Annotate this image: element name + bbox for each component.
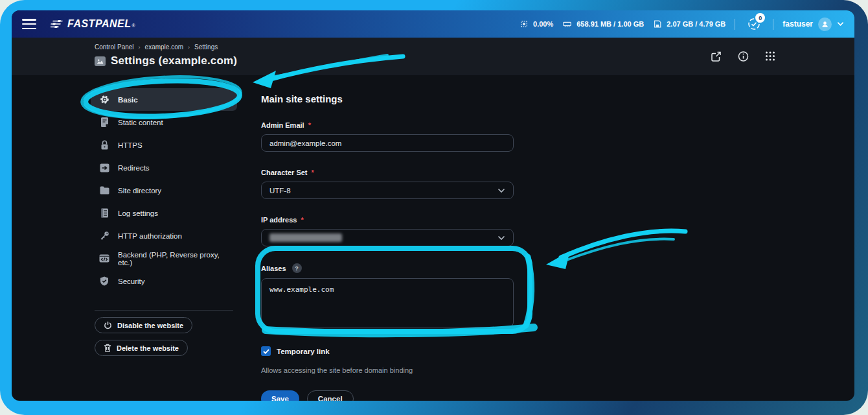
fastpanel-logo[interactable]: FASTPANEL ®	[51, 18, 135, 30]
topbar-divider	[735, 19, 735, 30]
content: Basic Static content	[12, 75, 854, 401]
disk-value: 2.07 GB / 4.79 GB	[667, 20, 725, 28]
trash-icon	[104, 344, 111, 352]
temporary-link-hint: Allows accessing the site before domain …	[261, 366, 514, 374]
user-menu[interactable]: fastuser	[782, 18, 844, 31]
page-header: Control Panel › example.com › Settings S…	[12, 38, 854, 75]
code-icon	[99, 254, 109, 263]
disable-website-button[interactable]: Disable the website	[95, 317, 192, 333]
lock-icon	[99, 140, 109, 150]
temporary-link-checkbox-row[interactable]: Temporary link	[261, 346, 514, 356]
sidebar-item-security[interactable]: Security	[91, 270, 237, 292]
charset-field-group: Character Set* UTF-8	[261, 169, 514, 199]
aliases-label: Aliases ?	[261, 263, 514, 273]
ram-value: 658.91 MB / 1.00 GB	[577, 20, 644, 28]
required-asterisk: *	[301, 216, 303, 224]
folder-icon	[99, 186, 109, 195]
cpu-icon	[520, 19, 529, 29]
cancel-button[interactable]: Cancel	[307, 390, 354, 401]
window-frame: FASTPANEL ® 0.00%	[0, 0, 868, 415]
ram-usage: 658.91 MB / 1.00 GB	[562, 19, 644, 29]
sidebar-item-label: Redirects	[118, 164, 150, 172]
chevron-down-icon	[837, 21, 844, 27]
breadcrumb-domain[interactable]: example.com	[145, 43, 183, 51]
breadcrumb-separator: ›	[188, 44, 190, 51]
temporary-link-label: Temporary link	[277, 348, 330, 355]
gear-icon	[99, 95, 109, 104]
ram-icon	[562, 19, 572, 29]
help-icon[interactable]: ?	[292, 263, 302, 273]
sidebar-item-site-directory[interactable]: Site directory	[91, 179, 237, 202]
aliases-textarea[interactable]: www.example.com	[261, 278, 514, 327]
aliases-field-group: Aliases ? www.example.com	[261, 263, 514, 330]
topbar-right: 0.00% 658.91 MB / 1.00 GB	[520, 15, 844, 33]
sidebar-item-label: Backend (PHP, Reverse proxy, etc.)	[118, 251, 229, 267]
notifications-button[interactable]: 0	[744, 15, 764, 33]
chevron-down-icon	[497, 235, 505, 241]
image-icon	[95, 56, 106, 66]
equalizer-icon	[51, 19, 63, 29]
notification-badge: 0	[755, 13, 765, 23]
save-button[interactable]: Save	[261, 390, 299, 401]
log-list-icon	[99, 208, 109, 218]
form-actions: Save Cancel	[261, 390, 514, 401]
redacted-ip-value	[269, 233, 342, 242]
ip-label: IP address*	[261, 216, 514, 224]
sidebar-item-log-settings[interactable]: Log settings	[91, 202, 237, 224]
charset-select[interactable]: UTF-8	[261, 182, 514, 199]
admin-email-input[interactable]	[261, 134, 514, 152]
avatar-icon	[818, 18, 832, 31]
disk-usage: 2.07 GB / 4.79 GB	[653, 19, 725, 29]
shield-check-icon	[99, 276, 109, 286]
required-asterisk: *	[312, 169, 314, 176]
ip-field-group: IP address*	[261, 216, 514, 246]
sidebar-item-basic[interactable]: Basic	[91, 88, 237, 111]
sidebar-item-https[interactable]: HTTPS	[91, 134, 237, 156]
disk-icon	[653, 19, 662, 29]
username: fastuser	[782, 19, 813, 29]
main-site-settings-form: Main site settings Admin Email* Characte…	[261, 75, 514, 401]
sidebar-item-redirects[interactable]: Redirects	[91, 156, 237, 179]
document-icon	[99, 117, 109, 127]
logo-text: FASTPANEL	[67, 18, 131, 30]
app-window: FASTPANEL ® 0.00%	[12, 10, 854, 401]
screenshot-canvas: FASTPANEL ® 0.00%	[0, 0, 868, 415]
logo-registered-mark: ®	[131, 23, 135, 28]
sidebar-item-static-content[interactable]: Static content	[91, 111, 237, 134]
header-actions	[711, 51, 775, 62]
sidebar-item-backend[interactable]: Backend (PHP, Reverse proxy, etc.)	[91, 247, 237, 270]
sidebar-item-label: Site directory	[118, 187, 161, 195]
topbar: FASTPANEL ® 0.00%	[12, 10, 854, 38]
external-link-icon[interactable]	[711, 51, 722, 62]
info-icon[interactable]	[738, 51, 749, 62]
sidebar-item-label: Basic	[118, 96, 138, 104]
delete-website-label: Delete the website	[117, 344, 179, 352]
charset-selected-value: UTF-8	[269, 187, 291, 195]
redirect-arrow-icon	[99, 163, 109, 172]
admin-email-label: Admin Email*	[261, 121, 514, 129]
grid-icon[interactable]	[765, 51, 775, 62]
disable-website-label: Disable the website	[117, 322, 183, 329]
sidebar-item-label: HTTPS	[118, 141, 143, 149]
sidebar-item-label: Log settings	[118, 209, 158, 217]
checkbox-checked-icon[interactable]	[261, 346, 271, 356]
page-title: Settings (example.com)	[111, 54, 237, 67]
breadcrumb: Control Panel › example.com › Settings	[95, 43, 854, 51]
breadcrumb-separator: ›	[139, 44, 141, 51]
power-icon	[104, 321, 112, 329]
breadcrumb-settings[interactable]: Settings	[194, 43, 218, 51]
hamburger-menu-icon[interactable]	[22, 19, 36, 29]
breadcrumb-control-panel[interactable]: Control Panel	[95, 43, 134, 51]
sidebar-item-label: Static content	[118, 119, 163, 126]
delete-website-button[interactable]: Delete the website	[95, 340, 188, 356]
cpu-usage: 0.00%	[520, 19, 553, 29]
cpu-value: 0.00%	[533, 20, 553, 28]
charset-label: Character Set*	[261, 169, 514, 176]
sidebar-item-http-authorization[interactable]: HTTP authorization	[91, 224, 237, 247]
sidebar-item-label: HTTP authorization	[118, 232, 182, 240]
ip-select[interactable]	[261, 229, 514, 246]
sidebar-item-label: Security	[118, 278, 145, 285]
chevron-down-icon	[497, 188, 505, 193]
topbar-divider	[773, 19, 773, 30]
form-title: Main site settings	[261, 93, 514, 104]
